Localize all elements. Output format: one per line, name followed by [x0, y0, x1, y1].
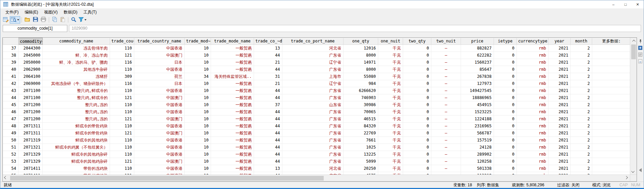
cell[interactable]: rmb: [517, 144, 548, 151]
cell[interactable]: 0: [403, 137, 431, 144]
cell[interactable]: 10: [185, 87, 211, 94]
cell[interactable]: 2021: [548, 45, 571, 52]
cell[interactable]: 千克: [378, 66, 403, 73]
scroll-left-button[interactable]: [3, 175, 9, 181]
cell[interactable]: 0: [494, 87, 517, 94]
copy-button[interactable]: [50, 16, 59, 24]
cell[interactable]: 110: [110, 87, 134, 94]
row-number[interactable]: 55: [3, 172, 19, 175]
cell[interactable]: 中国澳门: [134, 158, 185, 165]
cell[interactable]: 0: [403, 165, 431, 172]
cell[interactable]: 110: [110, 45, 134, 52]
cell[interactable]: 千克: [378, 130, 403, 137]
cell[interactable]: 0: [494, 165, 517, 172]
cell[interactable]: 0: [403, 52, 431, 59]
cell[interactable]: 广东省: [282, 137, 344, 144]
cell[interactable]: 0: [403, 144, 431, 151]
browse-mode-button[interactable]: [10, 16, 20, 24]
save-button[interactable]: [31, 16, 39, 24]
cell[interactable]: –: [431, 165, 461, 172]
cell[interactable]: 一般贸易: [211, 59, 254, 66]
cell[interactable]: 整只鸡,冻的: [43, 116, 110, 123]
cell[interactable]: 21: [254, 80, 282, 87]
cell[interactable]: 110: [110, 66, 134, 73]
cell[interactable]: 2045000: [19, 52, 43, 59]
cell[interactable]: 110: [110, 101, 134, 108]
row-number[interactable]: 54: [3, 165, 19, 172]
row-number[interactable]: 52: [3, 151, 19, 158]
cell[interactable]: rmb: [517, 101, 548, 108]
grid-corner-cell[interactable]: [3, 38, 19, 45]
cell[interactable]: –: [431, 116, 461, 123]
cell[interactable]: 辽宁省: [282, 59, 344, 66]
column-header-2[interactable]: trade_cou~de: [110, 38, 134, 45]
horizontal-scrollbar[interactable]: [3, 175, 630, 181]
cell[interactable]: 0: [403, 158, 431, 165]
cell[interactable]: 0: [494, 151, 517, 158]
cell[interactable]: 10: [185, 80, 211, 87]
cell[interactable]: 121: [110, 158, 134, 165]
cell[interactable]: [592, 123, 630, 130]
cell[interactable]: 10: [185, 151, 211, 158]
cell[interactable]: 广东省: [282, 87, 344, 94]
cell[interactable]: 一般贸易: [211, 66, 254, 73]
cell[interactable]: 0: [403, 45, 431, 52]
row-number[interactable]: 49: [3, 130, 19, 137]
cell[interactable]: 0: [494, 52, 517, 59]
cell[interactable]: 中国澳门: [134, 116, 185, 123]
cell[interactable]: 2: [571, 165, 592, 172]
print-button[interactable]: [39, 16, 47, 24]
cell[interactable]: 0: [403, 80, 431, 87]
column-header-16[interactable]: month: [571, 38, 592, 45]
cell[interactable]: 2021: [548, 165, 571, 172]
cell[interactable]: 中国澳门: [134, 52, 185, 59]
cell[interactable]: 110: [110, 165, 134, 172]
cell[interactable]: 1523225: [461, 108, 494, 116]
cell[interactable]: 2021: [548, 108, 571, 116]
cell[interactable]: 2: [571, 158, 592, 165]
cell[interactable]: 一般贸易: [211, 108, 254, 116]
cell[interactable]: [592, 108, 630, 116]
cell[interactable]: 0: [494, 101, 517, 108]
cell[interactable]: 0: [403, 94, 431, 101]
cell[interactable]: 中国香港: [134, 123, 185, 130]
cell[interactable]: 10: [185, 94, 211, 101]
filter-dropdown-arrow[interactable]: [84, 19, 86, 21]
cell[interactable]: 一般贸易: [211, 137, 254, 144]
cell[interactable]: 0: [403, 116, 431, 123]
cell[interactable]: 44: [254, 130, 282, 137]
column-header-13[interactable]: ietype: [494, 38, 517, 45]
cell[interactable]: 2: [571, 144, 592, 151]
cell[interactable]: 带骨的冻鸡块: [43, 165, 110, 172]
cell[interactable]: 千克: [378, 59, 403, 66]
cell[interactable]: –: [431, 123, 461, 130]
cell[interactable]: 2021: [548, 80, 571, 87]
cell[interactable]: 一般贸易: [211, 172, 254, 175]
cell[interactable]: –: [431, 80, 461, 87]
cell[interactable]: 44: [254, 87, 282, 94]
cell[interactable]: rmb: [517, 137, 548, 144]
cell[interactable]: 10: [185, 144, 211, 151]
cell[interactable]: 10: [185, 52, 211, 59]
cell[interactable]: 309: [110, 73, 134, 80]
cell[interactable]: 2: [571, 87, 592, 94]
cell[interactable]: –: [431, 151, 461, 158]
cell[interactable]: 12016: [344, 45, 378, 52]
snapshots-panel-icon[interactable]: [638, 59, 643, 64]
cell[interactable]: –: [431, 172, 461, 175]
cell[interactable]: 2: [571, 73, 592, 80]
cell[interactable]: –: [431, 158, 461, 165]
cell[interactable]: –: [431, 137, 461, 144]
cell[interactable]: 中国香港: [134, 151, 185, 158]
cell[interactable]: 一般贸易: [211, 94, 254, 101]
cell[interactable]: 2: [571, 172, 592, 175]
cell[interactable]: 广东省: [282, 123, 344, 130]
cell[interactable]: 0: [403, 59, 431, 66]
cell[interactable]: –: [431, 108, 461, 116]
cell[interactable]: 566787: [461, 130, 494, 137]
cell[interactable]: 2: [571, 80, 592, 87]
cell[interactable]: 85647: [461, 66, 494, 73]
row-number[interactable]: 45: [3, 101, 19, 108]
cell[interactable]: 2071329: [19, 151, 43, 158]
cell[interactable]: 0: [403, 101, 431, 108]
